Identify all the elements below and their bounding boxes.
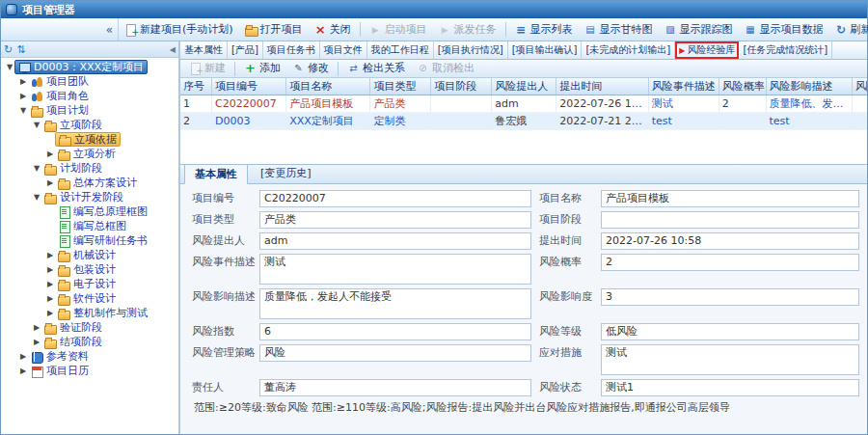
tree-item-reference-materials[interactable]: ▶参考资料 (1, 349, 178, 364)
tree-item-initiation-phase[interactable]: ▼立项阶段 (1, 118, 178, 132)
tree-expanded-arrow-icon[interactable]: ▼ (5, 60, 14, 74)
tree-expanded-arrow-icon[interactable]: ▼ (32, 190, 41, 204)
tree-item-overall-scheme-design[interactable]: ▶总体方案设计 (1, 176, 178, 190)
show-project-data-button[interactable]: 显示项目数据 (739, 20, 829, 40)
grid-cancel-checkout-button[interactable]: 取消检出 (411, 61, 480, 77)
tree-item-project-root[interactable]: ▼D0003：XXX定制项目 (1, 60, 178, 74)
field-project-type[interactable]: 产品类 (259, 211, 531, 229)
tree-item-write-block-diagram[interactable]: 编写总框图 (1, 219, 178, 233)
tree-expanded-arrow-icon[interactable]: ▼ (32, 118, 41, 132)
tree-collapsed-arrow-icon[interactable]: ▶ (45, 306, 55, 320)
tree-collapsed-arrow-icon[interactable]: ▶ (32, 320, 41, 335)
tree-expanded-arrow-icon[interactable]: ▼ (18, 103, 28, 118)
tree-collapsed-arrow-icon[interactable]: ▶ (45, 291, 55, 306)
tab-product[interactable]: [产品] (228, 41, 263, 59)
column-header[interactable]: 风险提出人 (492, 78, 556, 95)
column-header[interactable]: 项目类型 (370, 78, 431, 95)
column-header[interactable]: 提出时间 (556, 78, 648, 95)
tree-item-write-dev-task-doc[interactable]: 编写研制任务书 (1, 233, 178, 248)
open-project-button[interactable]: 打开项目 (239, 20, 309, 40)
refresh-tree-icon[interactable]: ↻ (4, 42, 13, 57)
tree-collapsed-arrow-icon[interactable]: ▶ (45, 176, 55, 190)
show-gantt-button[interactable]: 显示甘特图 (579, 20, 659, 40)
field-risk-impact-desc[interactable]: 质量降低，发起人不能接受 (259, 288, 531, 319)
collapse-sidebar-icon[interactable]: ◀ (170, 42, 176, 57)
tree-item-initiation-analysis[interactable]: ▶立项分析 (1, 147, 178, 161)
tab-my-schedule[interactable]: 我的工作日程 (367, 41, 434, 59)
tree-item-verification-phase[interactable]: ▶验证阶段 (1, 320, 178, 335)
tree-item-project-team[interactable]: ▶项目团队 (1, 74, 178, 89)
start-project-button[interactable]: 启动项目 (364, 20, 433, 40)
field-risk-impact-degree[interactable]: 3 (601, 288, 859, 306)
tab-project-files[interactable]: 项目文件 (320, 41, 367, 59)
tree-collapsed-arrow-icon[interactable]: ▶ (18, 89, 28, 103)
grid-add-button[interactable]: 添加 (238, 61, 286, 77)
table-row-1[interactable]: 1C20220007产品项目模板产品类adm2022-07-26 10:...测… (180, 95, 867, 113)
field-risk-probability[interactable]: 2 (601, 254, 859, 271)
refresh-plan-progress-button[interactable]: 刷新计划进度 (829, 20, 868, 40)
field-risk-event-desc[interactable]: 测试 (259, 254, 531, 285)
tree-item-project-roles[interactable]: ▶项目角色 (1, 89, 178, 103)
tree-collapsed-arrow-icon[interactable]: ▶ (32, 335, 41, 349)
tab-project-output-confirm[interactable]: [项目输出确认] (508, 41, 583, 59)
tree-collapsed-arrow-icon[interactable]: ▶ (45, 262, 55, 277)
column-header[interactable]: 序号 (180, 78, 211, 95)
grid-edit-button[interactable]: 修改 (286, 61, 335, 77)
field-project-code[interactable]: C20220007 (259, 190, 531, 207)
grid-new-button[interactable]: 新建 (183, 61, 231, 77)
close-project-button[interactable]: 关闭 (309, 20, 357, 40)
tree-collapsed-arrow-icon[interactable]: ▶ (45, 248, 55, 262)
new-project-button[interactable]: 新建项目(手动计划) (119, 20, 239, 40)
field-risk-level[interactable]: 低风险 (601, 323, 859, 340)
tree-item-assembly-and-test[interactable]: ▶整机制作与测试 (1, 306, 178, 320)
tab-project-task-doc[interactable]: 项目任务书 (263, 41, 320, 59)
tree-collapsed-arrow-icon[interactable]: ▶ (18, 364, 28, 378)
column-header[interactable]: 风险影响描述 (766, 78, 852, 95)
field-project-name[interactable]: 产品项目模板 (601, 190, 859, 207)
tree-item-packaging-design[interactable]: ▶包装设计 (1, 262, 178, 277)
field-project-phase[interactable] (601, 211, 859, 229)
table-row-2[interactable]: 2D0003XXX定制项目定制类鲁宏娥2022-07-21 20:...test… (180, 113, 867, 130)
tree-item-closing-phase[interactable]: ▶结项阶段 (1, 335, 178, 349)
column-header[interactable]: 风险概率 (719, 78, 766, 95)
tree-item-software-design[interactable]: ▶软件设计 (1, 291, 178, 306)
tab-project-execution[interactable]: [项目执行情况] (434, 41, 508, 59)
tree-collapsed-arrow-icon[interactable]: ▶ (18, 74, 28, 89)
field-risk-proposer[interactable]: adm (259, 232, 531, 250)
dispatch-task-button[interactable]: 派发任务 (433, 20, 502, 40)
tree-item-electronic-design[interactable]: ▶电子设计 (1, 277, 178, 291)
tab-risk-experience-library[interactable]: ▶风险经验库 (675, 41, 739, 59)
field-risk-strategy[interactable]: 风险 (259, 344, 531, 362)
field-responsible-person[interactable]: 董高涛 (259, 379, 531, 396)
detail-tab-1[interactable]: [变更历史] (250, 163, 322, 183)
tree-item-mechanical-design[interactable]: ▶机械设计 (1, 248, 178, 262)
column-header[interactable]: 风险影响度 (852, 78, 867, 95)
tree-item-write-principle-diagram[interactable]: 编写总原理框图 (1, 204, 178, 219)
collapse-toolbar-button[interactable]: « (101, 23, 118, 37)
show-list-button[interactable]: 显示列表 (509, 20, 579, 40)
column-header[interactable]: 项目阶段 (431, 78, 492, 95)
tab-unfinished-plan-output[interactable]: [未完成的计划输出] (582, 41, 675, 59)
tree-item-design-dev-phase[interactable]: ▼设计开发阶段 (1, 190, 178, 204)
show-tracking-button[interactable]: 显示跟踪图 (659, 20, 739, 40)
detail-tab-0[interactable]: 基本属性 (184, 164, 248, 184)
tab-task-completion-stats[interactable]: [任务完成情况统计] (739, 41, 832, 59)
tree-item-project-calendar[interactable]: ▶项目日历 (1, 364, 178, 378)
field-countermeasure[interactable]: 测试 (601, 344, 859, 375)
sort-tree-icon[interactable]: ⇅ (16, 42, 25, 57)
column-header[interactable]: 风险事件描述 (648, 78, 719, 95)
tree-collapsed-arrow-icon[interactable]: ▶ (45, 277, 55, 291)
grid-checkout-relation-button[interactable]: 检出关系 (341, 61, 411, 77)
column-header[interactable]: 项目名称 (286, 78, 370, 95)
column-header[interactable]: 项目编号 (211, 78, 285, 95)
tree-item-project-plan[interactable]: ▼项目计划 (1, 103, 178, 118)
field-propose-time[interactable]: 2022-07-26 10:58 (601, 232, 859, 250)
tree-collapsed-arrow-icon[interactable]: ▶ (45, 147, 55, 161)
field-risk-index[interactable]: 6 (259, 323, 531, 340)
tree-collapsed-arrow-icon[interactable]: ▶ (18, 349, 28, 364)
field-risk-status[interactable]: 测试1 (601, 379, 859, 396)
tree-item-planning-phase[interactable]: ▼计划阶段 (1, 161, 178, 176)
tree-item-initiation-basis[interactable]: 立项依据 (1, 132, 178, 147)
tree-expanded-arrow-icon[interactable]: ▼ (32, 161, 41, 176)
tab-basic-properties[interactable]: 基本属性 (180, 41, 228, 59)
